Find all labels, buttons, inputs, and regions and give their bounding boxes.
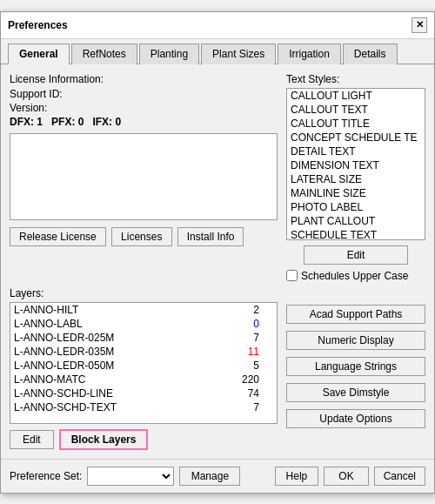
dfx-label: DFX:: [10, 116, 34, 128]
layer-value: 7: [208, 400, 277, 414]
license-text-area: [10, 133, 278, 220]
layer-name: L-ANNO-LEDR-025M: [10, 331, 208, 345]
dfx-row: DFX: 1 PFX: 0 IFX: 0: [10, 116, 278, 128]
text-styles-list[interactable]: CALLOUT LIGHTCALLOUT TEXTCALLOUT TITLECO…: [286, 88, 425, 240]
bottom-bar: Preference Set: Manage Help OK Cancel: [1, 459, 434, 493]
right-buttons-group: Acad Support Paths Numeric Display Langu…: [286, 305, 425, 428]
tab-general[interactable]: General: [8, 44, 70, 64]
ifx-label: IFX:: [92, 116, 112, 128]
layer-value: 0: [208, 317, 277, 331]
left-column: License Information: Support ID: Version…: [10, 73, 278, 282]
licenses-button[interactable]: Licenses: [111, 227, 172, 246]
save-dimstyle-button[interactable]: Save Dimstyle: [286, 383, 425, 402]
table-row[interactable]: L-ANNO-LEDR-035M11: [10, 345, 277, 359]
tab-refnotes[interactable]: RefNotes: [71, 44, 137, 64]
update-options-button[interactable]: Update Options: [286, 409, 425, 428]
text-style-item[interactable]: CONCEPT SCHEDULE TE: [287, 131, 425, 144]
schedules-upper-case-label: Schedules Upper Case: [301, 270, 408, 282]
title-bar: Preferences ✕: [1, 12, 434, 39]
layer-value: 220: [208, 373, 277, 386]
table-row[interactable]: L-ANNO-HILT2: [10, 303, 277, 317]
cancel-button[interactable]: Cancel: [374, 467, 425, 486]
table-row[interactable]: L-ANNO-LEDR-025M7: [10, 331, 277, 345]
layer-value: 5: [208, 359, 277, 373]
tab-details[interactable]: Details: [343, 44, 398, 64]
license-button-row: Release License Licenses Install Info: [10, 227, 278, 246]
pfx-label: PFX:: [51, 116, 75, 128]
layers-label: Layers:: [10, 287, 278, 299]
edit-text-styles-button[interactable]: Edit: [304, 245, 408, 265]
release-license-button[interactable]: Release License: [10, 227, 106, 246]
text-style-item[interactable]: CALLOUT TITLE: [287, 117, 425, 131]
text-style-item[interactable]: DIMENSION TEXT: [287, 158, 425, 172]
layer-name: L-ANNO-LEDR-050M: [10, 359, 208, 373]
layer-name: L-ANNO-SCHD-LINE: [10, 386, 208, 400]
acad-support-paths-button[interactable]: Acad Support Paths: [286, 305, 425, 324]
install-info-button[interactable]: Install Info: [177, 227, 244, 246]
dfx-value: 1: [37, 116, 43, 128]
layer-name: L-ANNO-MATC: [10, 373, 208, 386]
text-style-item[interactable]: PHOTO LABEL: [287, 200, 425, 214]
tab-bar: General RefNotes Planting Plant Sizes Ir…: [1, 39, 434, 64]
table-row[interactable]: L-ANNO-LABL0: [10, 317, 277, 331]
layers-table: L-ANNO-HILT2L-ANNO-LABL0L-ANNO-LEDR-025M…: [10, 303, 277, 414]
version-label: Version:: [10, 102, 278, 114]
layers-list[interactable]: L-ANNO-HILT2L-ANNO-LABL0L-ANNO-LEDR-025M…: [10, 302, 278, 424]
preference-set-select[interactable]: [87, 467, 174, 486]
bottom-section: Layers: L-ANNO-HILT2L-ANNO-LABL0L-ANNO-L…: [10, 287, 425, 450]
window-title: Preferences: [8, 19, 68, 31]
schedules-upper-case-row: Schedules Upper Case: [286, 270, 425, 282]
text-style-item[interactable]: CALLOUT LIGHT: [287, 89, 425, 103]
table-row[interactable]: L-ANNO-SCHD-TEXT7: [10, 400, 277, 414]
close-button[interactable]: ✕: [412, 17, 427, 33]
text-style-item[interactable]: PLANT CALLOUT: [287, 214, 425, 228]
tab-plant-sizes[interactable]: Plant Sizes: [201, 44, 276, 64]
layer-value: 74: [208, 386, 277, 400]
text-styles-label: Text Styles:: [286, 73, 425, 85]
top-section: License Information: Support ID: Version…: [10, 73, 425, 282]
tab-planting[interactable]: Planting: [139, 44, 199, 64]
preference-set-row: Preference Set: Manage: [10, 467, 240, 486]
text-style-item[interactable]: LATERAL SIZE: [287, 172, 425, 186]
preference-set-label: Preference Set:: [10, 470, 82, 482]
tab-irrigation[interactable]: Irrigation: [278, 44, 341, 64]
text-style-item[interactable]: SCHEDULE TEXT: [287, 228, 425, 240]
pfx-value: 0: [78, 116, 84, 128]
language-strings-button[interactable]: Language Strings: [286, 357, 425, 376]
right-column: Text Styles: CALLOUT LIGHTCALLOUT TEXTCA…: [286, 73, 425, 282]
support-id-label: Support ID:: [10, 88, 278, 100]
layer-value: 11: [208, 345, 277, 359]
layers-button-row: Edit Block Layers: [10, 429, 278, 450]
table-row[interactable]: L-ANNO-MATC220: [10, 373, 277, 386]
bottom-action-buttons: Help OK Cancel: [275, 467, 425, 486]
text-style-item[interactable]: CALLOUT TEXT: [287, 103, 425, 117]
schedules-upper-case-checkbox[interactable]: [286, 270, 298, 281]
layer-name: L-ANNO-LABL: [10, 317, 208, 331]
block-layers-button[interactable]: Block Layers: [59, 429, 149, 450]
ok-button[interactable]: OK: [324, 467, 368, 486]
license-info-label: License Information:: [10, 73, 278, 85]
layer-name: L-ANNO-LEDR-035M: [10, 345, 208, 359]
edit-layers-button[interactable]: Edit: [10, 430, 54, 449]
manage-button[interactable]: Manage: [179, 467, 240, 486]
layer-value: 7: [208, 331, 277, 345]
main-content: License Information: Support ID: Version…: [1, 64, 434, 459]
layer-name: L-ANNO-HILT: [10, 303, 208, 317]
layer-value: 2: [208, 303, 277, 317]
layers-right-buttons: Acad Support Paths Numeric Display Langu…: [286, 287, 425, 450]
layer-name: L-ANNO-SCHD-TEXT: [10, 400, 208, 414]
ifx-value: 0: [115, 116, 121, 128]
preferences-window: Preferences ✕ General RefNotes Planting …: [0, 11, 435, 494]
table-row[interactable]: L-ANNO-LEDR-050M5: [10, 359, 277, 373]
numeric-display-button[interactable]: Numeric Display: [286, 331, 425, 350]
text-style-item[interactable]: DETAIL TEXT: [287, 144, 425, 158]
help-button[interactable]: Help: [275, 467, 319, 486]
text-style-item[interactable]: MAINLINE SIZE: [287, 186, 425, 200]
layers-left: Layers: L-ANNO-HILT2L-ANNO-LABL0L-ANNO-L…: [10, 287, 278, 450]
table-row[interactable]: L-ANNO-SCHD-LINE74: [10, 386, 277, 400]
